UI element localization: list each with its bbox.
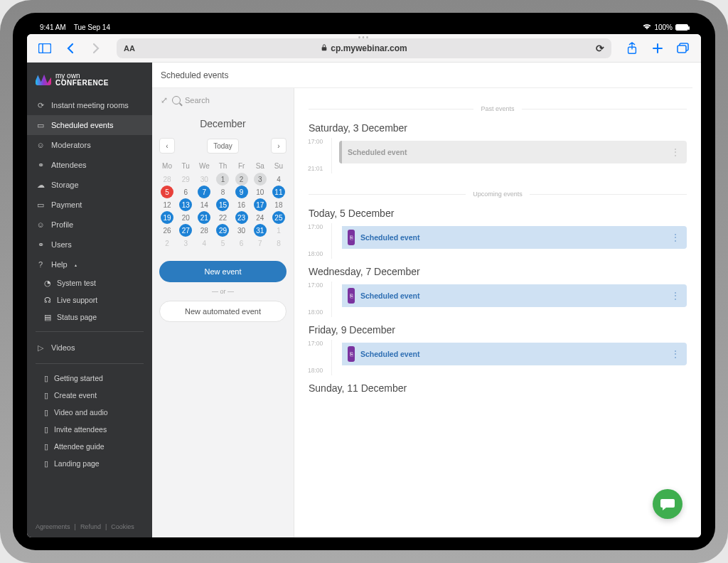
calendar-day-cell[interactable]: 11	[269, 186, 288, 198]
timeslot: 17:0018:00⎘Scheduled event⋮	[331, 223, 687, 259]
calendar-day-cell[interactable]: 23	[232, 211, 251, 224]
sidebar-item-attendees[interactable]: ⚭Attendees	[27, 155, 152, 175]
calendar-day-cell[interactable]: 21	[195, 211, 213, 224]
event-card[interactable]: Scheduled event⋮	[339, 141, 687, 163]
calendar-day-cell[interactable]: 5	[158, 186, 176, 198]
footer-agreements[interactable]: Agreements	[36, 523, 70, 530]
reload-icon[interactable]: ⟳	[596, 43, 604, 54]
calendar-day-cell[interactable]: 2	[232, 173, 251, 186]
sidebar-doc-create-event[interactable]: ▯Create event	[27, 387, 152, 404]
calendar-day-cell[interactable]: 30	[232, 224, 251, 237]
prev-month-button[interactable]: ‹	[159, 138, 175, 154]
logo-mark-icon	[36, 74, 51, 85]
calendar-day-cell[interactable]: 17	[251, 198, 269, 211]
calendar-day-cell[interactable]: 26	[158, 224, 176, 237]
calendar-day-cell[interactable]: 16	[232, 198, 251, 211]
users-icon: ☺	[36, 140, 46, 150]
calendar-day-cell[interactable]: 28	[195, 224, 213, 237]
sidebar-sub-status-page[interactable]: ▤Status page	[27, 309, 152, 326]
calendar-day-cell[interactable]: 18	[269, 198, 288, 211]
sidebar-item-payment[interactable]: ▭Payment	[27, 195, 152, 215]
calendar-day-cell[interactable]: 1	[269, 224, 288, 237]
calendar-day-cell[interactable]: 4	[195, 237, 213, 250]
event-menu-button[interactable]: ⋮	[670, 232, 680, 243]
timeslot: 17:0021:01Scheduled event⋮	[331, 138, 687, 173]
sidebar-item-profile[interactable]: ☺Profile	[27, 215, 152, 235]
calendar-day-cell[interactable]: 7	[195, 186, 213, 198]
search-row[interactable]: ⤢ Search	[152, 88, 294, 112]
time-start: 17:00	[308, 223, 323, 230]
tabs-button[interactable]	[673, 38, 694, 59]
calendar-day-cell[interactable]: 4	[269, 173, 288, 186]
calendar-day-cell[interactable]: 20	[176, 211, 195, 224]
share-button[interactable]	[621, 38, 643, 59]
doc-icon: ▯	[44, 408, 48, 417]
calendar-day-cell[interactable]: 9	[232, 186, 251, 198]
sidebar-item-videos[interactable]: ▷Videos	[27, 338, 152, 358]
sidebar-sub-system-test[interactable]: ◔System test	[27, 274, 152, 291]
calendar-day-cell[interactable]: 24	[251, 211, 269, 224]
calendar-day-cell[interactable]: 25	[269, 211, 288, 224]
calendar-day-cell[interactable]: 28	[158, 173, 176, 186]
sidebar-item-help[interactable]: ?Help▴	[27, 254, 152, 274]
sidebar-sub-live-support[interactable]: ☊Live support	[27, 291, 152, 309]
new-event-button[interactable]: New event	[159, 261, 287, 282]
calendar-day-cell[interactable]: 6	[232, 237, 251, 250]
url-bar[interactable]: AA cp.mywebinar.com ⟳	[117, 38, 611, 58]
sidebar-item-moderators[interactable]: ☺Moderators	[27, 135, 152, 155]
calendar-day-cell[interactable]: 29	[213, 224, 232, 237]
nav-back-button[interactable]	[60, 38, 81, 59]
event-menu-button[interactable]: ⋮	[670, 146, 680, 158]
event-card[interactable]: ⎘Scheduled event⋮	[339, 343, 687, 365]
event-card[interactable]: ⎘Scheduled event⋮	[339, 226, 687, 249]
event-menu-button[interactable]: ⋮	[670, 290, 680, 301]
next-month-button[interactable]: ›	[271, 138, 287, 154]
app-logo[interactable]: my own CONFERENCE	[27, 63, 152, 95]
calendar-day-cell[interactable]: 3	[251, 173, 269, 186]
new-tab-button[interactable]	[647, 38, 668, 59]
calendar-day-cell[interactable]: 14	[195, 198, 213, 211]
new-automated-event-button[interactable]: New automated event	[159, 301, 287, 322]
sidebar-doc-landing-page[interactable]: ▯Landing page	[27, 455, 152, 472]
calendar-day-cell[interactable]: 13	[176, 198, 195, 211]
sidebar-doc-video-audio[interactable]: ▯Video and audio	[27, 404, 152, 421]
calendar-day-cell[interactable]: 2	[158, 237, 176, 250]
calendar-day-cell[interactable]: 27	[176, 224, 195, 237]
today-button[interactable]: Today	[207, 139, 239, 154]
sidebar-doc-invite[interactable]: ▯Invite attendees	[27, 421, 152, 438]
reader-aa-button[interactable]: AA	[124, 44, 135, 53]
calendar-day-cell[interactable]: 6	[176, 186, 195, 198]
calendar-day-cell[interactable]: 5	[213, 237, 232, 250]
calendar-month: December	[152, 112, 294, 138]
calendar-day-cell[interactable]: 1	[213, 173, 232, 186]
sidebar-item-users[interactable]: ⚭Users	[27, 235, 152, 254]
footer-refund[interactable]: Refund	[80, 523, 101, 530]
sidebar-toggle-icon[interactable]	[34, 38, 55, 59]
calendar-day-cell[interactable]: 8	[213, 186, 232, 198]
calendar-pane: Scheduled events ⤢ Search December ‹ Tod…	[152, 63, 294, 537]
calendar-day-cell[interactable]: 15	[213, 198, 232, 211]
calendar-day-cell[interactable]: 7	[251, 237, 269, 250]
calendar-day-cell[interactable]: 31	[251, 224, 269, 237]
calendar-dow-row: MoTuWeThFrSaSu	[158, 159, 288, 173]
expand-icon[interactable]: ⤢	[161, 95, 168, 105]
sidebar-item-scheduled[interactable]: ▭Scheduled events	[27, 115, 152, 135]
calendar-day-cell[interactable]: 29	[176, 173, 195, 186]
calendar-day-cell[interactable]: 19	[158, 211, 176, 224]
calendar-day-cell[interactable]: 30	[195, 173, 213, 186]
event-card[interactable]: ⎘Scheduled event⋮	[339, 284, 687, 307]
sidebar-doc-attendee-guide[interactable]: ▯Attendee guide	[27, 438, 152, 455]
users2-icon: ⚭	[36, 240, 46, 250]
event-menu-button[interactable]: ⋮	[670, 348, 680, 360]
calendar-day-cell[interactable]: 12	[158, 198, 176, 211]
dow-cell: Mo	[158, 159, 176, 173]
sidebar-item-instant[interactable]: ⟳Instant meeting rooms	[27, 95, 152, 115]
calendar-day-cell[interactable]: 8	[269, 237, 288, 250]
sidebar-item-storage[interactable]: ☁Storage	[27, 175, 152, 195]
sidebar-doc-getting-started[interactable]: ▯Getting started	[27, 370, 152, 387]
footer-cookies[interactable]: Cookies	[111, 523, 134, 530]
calendar-day-cell[interactable]: 22	[213, 211, 232, 224]
chat-fab[interactable]	[653, 489, 682, 519]
calendar-day-cell[interactable]: 3	[176, 237, 195, 250]
calendar-day-cell[interactable]: 10	[251, 186, 269, 198]
